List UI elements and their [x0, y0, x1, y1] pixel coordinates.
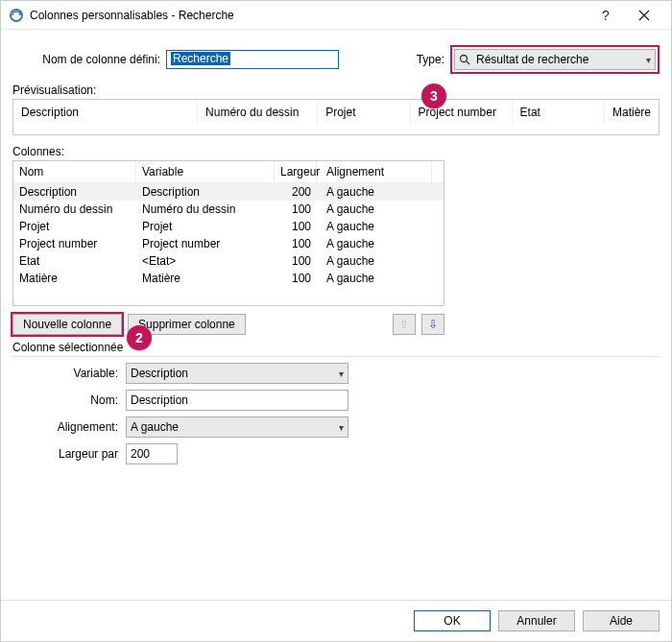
- col-nom: Description: [13, 184, 136, 200]
- table-row[interactable]: ProjetProjet100A gauche: [13, 218, 444, 235]
- ok-button[interactable]: OK: [414, 610, 491, 631]
- preview-col-numero[interactable]: Numéro du dessin: [198, 100, 318, 125]
- columns-headers: Nom Variable Largeur Alignement: [13, 161, 444, 183]
- col-largeur: 100: [275, 271, 317, 286]
- chevron-down-icon: ▾: [646, 55, 651, 65]
- col-nom: Numéro du dessin: [13, 202, 136, 217]
- type-label: Type:: [417, 53, 450, 66]
- col-variable: Numéro du dessin: [136, 202, 275, 217]
- table-row[interactable]: MatièreMatière100A gauche: [13, 270, 444, 287]
- selected-column-group-label: Colonne sélectionnée: [12, 341, 660, 357]
- col-variable: Project number: [136, 236, 275, 251]
- preview-label: Prévisualisation:: [12, 83, 660, 97]
- column-set-name-input[interactable]: Recherche: [166, 50, 339, 69]
- column-buttons-row: Nouvelle colonne Supprimer colonne ⇧ ⇩: [12, 314, 444, 335]
- columns-hdr-nom[interactable]: Nom: [13, 161, 136, 182]
- table-row[interactable]: DescriptionDescription200A gauche: [13, 183, 444, 201]
- sel-width-label: Largeur par: [12, 447, 126, 461]
- move-down-button[interactable]: ⇩: [421, 314, 444, 335]
- col-nom: Project number: [13, 236, 136, 251]
- help-button[interactable]: ?: [587, 2, 625, 29]
- columns-label: Colonnes:: [12, 145, 660, 158]
- col-nom: Etat: [13, 253, 136, 269]
- type-select-value: Résultat de recherche: [476, 53, 588, 66]
- sel-align-value: A gauche: [131, 420, 179, 434]
- chevron-down-icon: ▾: [339, 369, 344, 379]
- columns-body: DescriptionDescription200A gaucheNuméro …: [13, 183, 444, 287]
- col-nom: Projet: [13, 219, 136, 234]
- columns-hdr-largeur[interactable]: Largeur: [275, 161, 317, 182]
- table-row[interactable]: Project numberProject number100A gauche: [13, 235, 444, 252]
- sel-width-input[interactable]: 200: [126, 443, 178, 464]
- arrow-up-icon: ⇧: [399, 318, 409, 331]
- dialog-footer: OK Annuler Aide: [1, 600, 671, 641]
- sel-variable-value: Description: [131, 367, 188, 380]
- table-row[interactable]: Numéro du dessinNuméro du dessin100A gau…: [13, 201, 444, 218]
- col-align: A gauche: [317, 219, 432, 234]
- new-column-button[interactable]: Nouvelle colonne: [12, 314, 122, 335]
- col-variable: <Etat>: [136, 253, 275, 269]
- callout-badge-2: 2: [127, 325, 152, 350]
- sel-name-value: Description: [131, 393, 188, 407]
- col-largeur: 100: [275, 253, 317, 269]
- col-variable: Projet: [136, 219, 275, 234]
- column-set-name-value: Recherche: [171, 52, 230, 65]
- top-row: Nom de colonne défini: Recherche Type: R…: [12, 45, 660, 74]
- column-set-name-label: Nom de colonne défini:: [12, 53, 166, 66]
- col-align: A gauche: [317, 184, 432, 200]
- col-align: A gauche: [317, 202, 432, 217]
- app-icon: [9, 8, 24, 23]
- help-button-footer[interactable]: Aide: [583, 610, 660, 631]
- preview-col-description[interactable]: Description: [13, 100, 198, 125]
- sel-align-label: Alignement:: [12, 420, 126, 434]
- type-select[interactable]: Résultat de recherche ▾: [454, 49, 656, 70]
- preview-col-matiere[interactable]: Matière: [605, 100, 659, 125]
- table-row[interactable]: Etat<Etat>100A gauche: [13, 252, 444, 270]
- preview-table: Description Numéro du dessin Projet Proj…: [12, 99, 660, 135]
- preview-col-projet[interactable]: Projet: [318, 100, 410, 125]
- sel-variable-label: Variable:: [12, 367, 126, 380]
- arrow-down-icon: ⇩: [428, 318, 438, 331]
- col-largeur: 100: [275, 219, 317, 234]
- col-variable: Description: [136, 184, 275, 200]
- col-largeur: 200: [275, 184, 317, 200]
- callout-3-highlight: Résultat de recherche ▾: [450, 45, 660, 74]
- chevron-down-icon: ▾: [339, 422, 344, 433]
- move-up-button[interactable]: ⇧: [393, 314, 416, 335]
- col-nom: Matière: [13, 271, 136, 286]
- window-title: Colonnes personnalisables - Recherche: [30, 9, 587, 22]
- preview-col-etat[interactable]: Etat: [513, 100, 605, 125]
- cancel-button[interactable]: Annuler: [498, 610, 575, 631]
- preview-headers: Description Numéro du dessin Projet Proj…: [13, 100, 659, 125]
- col-align: A gauche: [317, 236, 432, 251]
- callout-badge-3: 3: [421, 83, 446, 108]
- columns-hdr-alignement[interactable]: Alignement: [317, 161, 432, 182]
- col-align: A gauche: [317, 271, 432, 286]
- sel-name-input[interactable]: Description: [126, 390, 348, 411]
- sel-variable-select[interactable]: Description ▾: [126, 363, 348, 384]
- col-largeur: 100: [275, 236, 317, 251]
- titlebar: Colonnes personnalisables - Recherche ?: [1, 1, 671, 30]
- sel-width-value: 200: [131, 447, 150, 461]
- col-align: A gauche: [317, 253, 432, 269]
- sel-name-label: Nom:: [12, 393, 126, 407]
- dialog-content: Nom de colonne défini: Recherche Type: R…: [1, 30, 671, 641]
- columns-table: Nom Variable Largeur Alignement Descript…: [12, 160, 444, 306]
- close-button[interactable]: [625, 2, 663, 29]
- svg-point-2: [461, 56, 468, 62]
- sel-align-select[interactable]: A gauche ▾: [126, 416, 348, 438]
- col-variable: Matière: [136, 271, 275, 286]
- search-icon: [459, 54, 470, 65]
- columns-hdr-variable[interactable]: Variable: [136, 161, 275, 182]
- col-largeur: 100: [275, 202, 317, 217]
- svg-line-3: [467, 61, 469, 64]
